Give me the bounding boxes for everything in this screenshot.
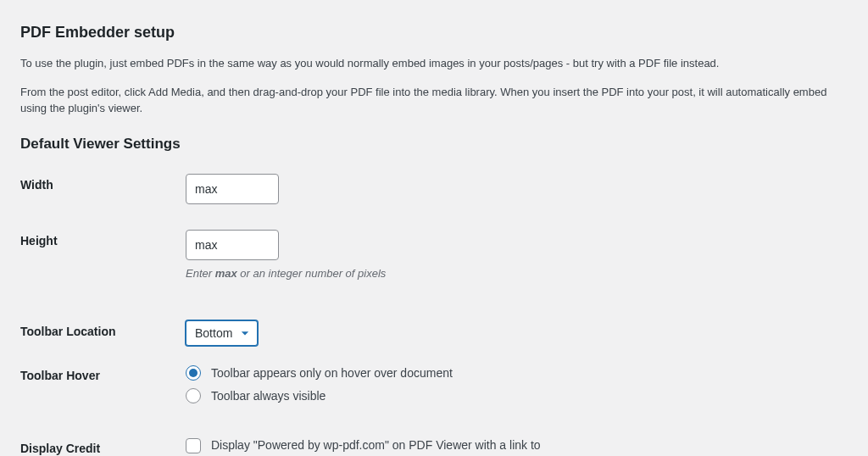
toolbar-hover-option-hover[interactable]: Toolbar appears only on hover over docum…	[186, 365, 550, 382]
subsection-title: Default Viewer Settings	[20, 136, 848, 153]
page-title: PDF Embedder setup	[20, 24, 848, 42]
toolbar-hover-group: Toolbar appears only on hover over docum…	[186, 365, 839, 405]
height-help-text: Enter max or an integer number of pixels	[186, 267, 839, 280]
height-label: Height	[20, 217, 177, 292]
settings-table: Width Height Enter max or an integer num…	[20, 161, 848, 457]
toolbar-hover-radio-hover[interactable]	[186, 365, 201, 381]
intro-paragraph-2: From the post editor, click Add Media, a…	[20, 84, 848, 117]
display-credit-text: Display "Powered by wp-pdf.com" on PDF V…	[211, 437, 550, 456]
toolbar-location-select[interactable]: Bottom	[186, 320, 258, 346]
display-credit-checkbox[interactable]	[186, 438, 201, 453]
display-credit-group: Display "Powered by wp-pdf.com" on PDF V…	[186, 437, 839, 456]
toolbar-location-label: Toolbar Location	[20, 308, 177, 359]
toolbar-hover-text-hover: Toolbar appears only on hover over docum…	[211, 365, 453, 382]
intro-paragraph-1: To use the plugin, just embed PDFs in th…	[20, 55, 848, 72]
toolbar-hover-radio-always[interactable]	[186, 388, 201, 403]
width-label: Width	[20, 161, 177, 217]
display-credit-option[interactable]: Display "Powered by wp-pdf.com" on PDF V…	[186, 437, 550, 456]
height-input[interactable]	[186, 230, 279, 260]
toolbar-hover-option-always[interactable]: Toolbar always visible	[186, 388, 550, 405]
toolbar-hover-label: Toolbar Hover	[20, 359, 177, 425]
toolbar-hover-text-always: Toolbar always visible	[211, 388, 326, 405]
display-credit-label: Display Credit	[20, 425, 177, 456]
width-input[interactable]	[186, 174, 279, 204]
